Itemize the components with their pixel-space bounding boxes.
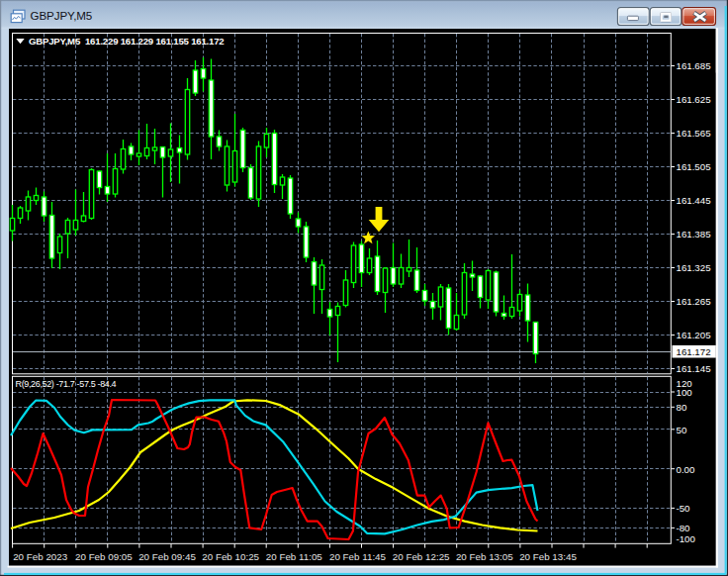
svg-text:20 Feb 09:45: 20 Feb 09:45 — [138, 551, 196, 562]
svg-text:161.625: 161.625 — [677, 94, 711, 105]
svg-text:20 Feb 13:45: 20 Feb 13:45 — [519, 551, 577, 562]
svg-text:161.172: 161.172 — [677, 346, 711, 357]
svg-text:161.445: 161.445 — [677, 195, 711, 206]
svg-text:GBPJPY,M5 161.229 161.229 161: GBPJPY,M5 161.229 161.229 161.155 161.17… — [29, 36, 225, 47]
svg-text:GBPJPY,M5: GBPJPY,M5 — [31, 9, 93, 22]
svg-text:20 Feb 10:25: 20 Feb 10:25 — [202, 551, 259, 562]
svg-text:161.145: 161.145 — [677, 363, 711, 374]
svg-text:20 Feb 13:05: 20 Feb 13:05 — [456, 551, 513, 562]
svg-text:-50: -50 — [677, 503, 691, 514]
svg-text:R(9,26,52) -71.7 -57.5 -84.4: R(9,26,52) -71.7 -57.5 -84.4 — [16, 379, 117, 389]
svg-text:161.685: 161.685 — [677, 60, 711, 71]
svg-text:20 Feb 11:45: 20 Feb 11:45 — [329, 551, 387, 562]
svg-text:161.265: 161.265 — [677, 296, 711, 307]
svg-text:-100: -100 — [677, 533, 696, 544]
svg-text:50: 50 — [677, 425, 687, 435]
svg-text:161.505: 161.505 — [677, 161, 711, 172]
svg-text:161.205: 161.205 — [677, 330, 711, 340]
svg-text:20 Feb 11:05: 20 Feb 11:05 — [266, 551, 323, 562]
svg-text:20 Feb 2023: 20 Feb 2023 — [13, 551, 68, 562]
svg-text:20 Feb 12:25: 20 Feb 12:25 — [393, 551, 450, 562]
svg-text:161.565: 161.565 — [677, 128, 711, 139]
svg-text:20 Feb 09:05: 20 Feb 09:05 — [75, 551, 133, 562]
svg-text:161.325: 161.325 — [677, 262, 711, 273]
svg-text:161.385: 161.385 — [677, 229, 711, 240]
svg-text:100: 100 — [677, 387, 693, 398]
svg-text:0.00: 0.00 — [677, 464, 695, 475]
svg-text:80: 80 — [677, 402, 687, 413]
